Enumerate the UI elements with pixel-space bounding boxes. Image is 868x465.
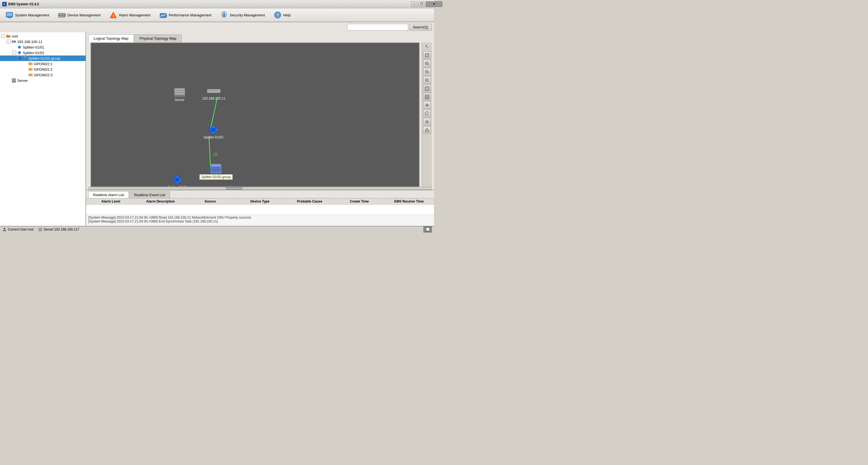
chat-btn[interactable]: 💬 (424, 226, 432, 232)
collapse-btn[interactable]: ▼ (426, 1, 434, 7)
svg-point-53 (184, 91, 185, 92)
gpon1-icon (28, 62, 33, 66)
expand-device[interactable]: − (7, 40, 10, 43)
tool-refresh[interactable] (423, 109, 431, 118)
splitter0102-node-label: Splitter-01/02 (204, 135, 223, 139)
tree-item-gpon1[interactable]: GPON0/2:1 (0, 61, 86, 67)
svg-rect-16 (6, 35, 8, 36)
device-icon (12, 39, 16, 44)
svg-line-82 (428, 81, 429, 82)
svg-line-79 (428, 73, 429, 73)
restore-button[interactable]: ❐ (418, 1, 425, 7)
col-device-type: Device Type (235, 198, 285, 204)
tab-event-list[interactable]: Realtime Event List (129, 192, 170, 198)
splitter0102-icon (17, 51, 22, 55)
alarm-management-icon: ! (110, 11, 117, 19)
node-splitter0101[interactable]: Splitter-01/01 (167, 175, 187, 187)
svg-rect-69 (176, 178, 179, 182)
tab-alarm-list[interactable]: Realtime Alarm List (88, 192, 129, 198)
title-bar: E EMS System V2.4.2 ▼ − ❐ ✕ (0, 0, 434, 8)
tree-item-gpon3[interactable]: GPON0/2:3 (0, 72, 86, 78)
svg-rect-42 (12, 81, 16, 81)
tree-label-server: Server (17, 78, 28, 83)
svg-rect-25 (19, 52, 20, 53)
svg-rect-66 (212, 169, 220, 170)
device-management-label: Device Management (67, 13, 100, 17)
server-node-icon (173, 88, 186, 97)
tree-item-device[interactable]: − 192.168.100.11 (0, 39, 86, 44)
search-input[interactable] (347, 24, 408, 31)
tool-grid[interactable] (423, 93, 431, 101)
alarm-table: Alarm Level Alarm Description Source Dev… (86, 198, 434, 215)
tool-export[interactable] (423, 126, 431, 134)
tool-zoom-in2[interactable] (423, 68, 431, 76)
expand-splitter0102[interactable]: − (12, 51, 16, 55)
tool-zoom-out[interactable] (423, 76, 431, 84)
tree-label-splitter0101: Splitter-01/01 (23, 45, 44, 49)
server-tree-icon (12, 78, 16, 83)
topology-tabs: Logical Topology Map Physical Topology M… (86, 32, 434, 42)
gpon3-icon (28, 73, 33, 77)
alarm-header: Alarm Level Alarm Description Source Dev… (86, 198, 434, 205)
tool-fit[interactable] (423, 85, 431, 92)
bottom-tabs: Realtime Alarm List Realtime Event List (86, 190, 434, 198)
help-icon: ? (274, 11, 282, 19)
tree-item-splitter0102[interactable]: − Splitter-01/02 (0, 50, 86, 56)
tab-physical-topology[interactable]: Physical Topology Map (134, 34, 182, 42)
app-title: EMS System V2.4.2 (8, 2, 39, 6)
node-server[interactable]: Server (173, 88, 186, 102)
col-create-time: Create Time (335, 198, 384, 204)
menu-system-management[interactable]: System Management (2, 9, 53, 21)
minimize-button[interactable]: − (411, 1, 417, 7)
tree-item-root[interactable]: − root (0, 33, 86, 39)
col-alarm-level: Alarm Level (86, 198, 136, 204)
svg-point-58 (218, 90, 219, 91)
menu-security-management[interactable]: Security Management (217, 9, 268, 21)
scrollbar-thumb[interactable] (226, 187, 242, 190)
tree-item-group[interactable]: − Splitter-01/02-group (0, 56, 86, 61)
splitter-group-node-icon (209, 164, 223, 174)
svg-rect-86 (425, 95, 429, 99)
svg-line-44 (211, 97, 217, 129)
col-alarm-desc: Alarm Description (136, 198, 185, 204)
expand-root[interactable]: − (1, 34, 5, 38)
svg-rect-12 (223, 14, 225, 16)
tree-item-gpon2[interactable]: GPON0/2:2 (0, 67, 86, 72)
svg-rect-2 (9, 16, 10, 18)
tool-zoom-in[interactable] (423, 60, 431, 67)
system-management-label: System Management (15, 13, 49, 17)
col-probable-cause: Probable Cause (285, 198, 335, 204)
sys-msg-1: [System Message] 2023-03-17,21:04:30,+08… (88, 215, 432, 220)
horizontal-scrollbar[interactable] (88, 187, 432, 190)
search-button[interactable]: Search(Q) (409, 24, 432, 31)
svg-rect-3 (8, 18, 11, 18)
menu-device-management[interactable]: Device Management (55, 9, 104, 21)
switch-node-icon (207, 86, 220, 96)
node-switch[interactable]: 192.168.100.11 (202, 86, 225, 100)
node-splitter0102[interactable]: Splitter-01/02 (204, 125, 223, 139)
tool-select[interactable] (423, 51, 431, 59)
tool-settings[interactable] (423, 118, 431, 126)
tree-label-device: 192.168.100.11 (17, 40, 42, 44)
expand-group[interactable]: − (18, 56, 22, 60)
tab-logical-topology[interactable]: Logical Topology Map (88, 34, 134, 42)
menu-alarm-management[interactable]: ! Alarm Management (106, 9, 154, 21)
svg-text:(3): (3) (213, 152, 218, 156)
svg-rect-49 (175, 91, 185, 92)
svg-rect-1 (7, 13, 12, 16)
security-management-icon (220, 11, 228, 19)
topology-canvas[interactable]: (3) Serve (91, 42, 420, 187)
topology-svg: (3) (91, 43, 419, 187)
server-node-label: Server (175, 98, 184, 102)
sys-msg-2: [System Message] 2023-03-17,21:04:30,+08… (88, 220, 432, 223)
menu-help[interactable]: ? Help (271, 9, 294, 21)
svg-rect-27 (24, 56, 27, 58)
svg-rect-23 (19, 46, 20, 48)
menu-performance-management[interactable]: Performance Management (156, 9, 215, 21)
tree-item-splitter0101[interactable]: Splitter-01/01 (0, 44, 86, 50)
node-splitter-group[interactable]: Splitter-01/02-group (199, 164, 233, 180)
tree-item-server[interactable]: Server (0, 78, 86, 83)
svg-rect-40 (12, 79, 16, 79)
status-user: Current User:root (2, 227, 34, 232)
tool-move[interactable] (423, 101, 431, 109)
